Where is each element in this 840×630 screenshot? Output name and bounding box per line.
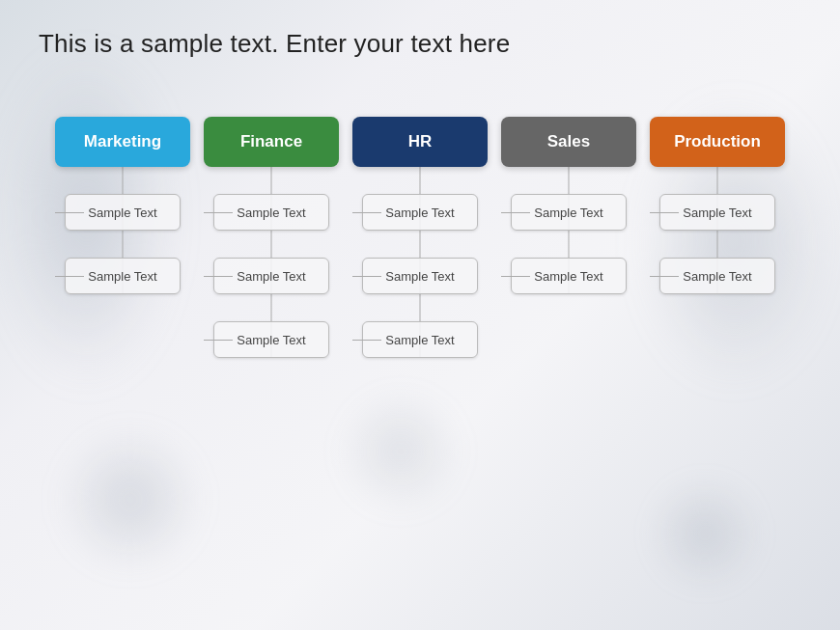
main-content: This is a sample text. Enter your text h…: [0, 0, 840, 377]
node-wrapper-hr-0: Sample Text: [362, 194, 478, 231]
page-title: This is a sample text. Enter your text h…: [39, 29, 801, 59]
header-marketing: Marketing: [55, 117, 190, 167]
header-finance: Finance: [204, 117, 339, 167]
node-box-hr-2: Sample Text: [362, 321, 478, 358]
node-wrapper-production-0: Sample Text: [659, 194, 775, 231]
column-production: ProductionSample TextSample Text: [643, 117, 792, 294]
node-box-production-0: Sample Text: [659, 194, 775, 231]
node-box-finance-1: Sample Text: [213, 258, 329, 294]
node-wrapper-finance-2: Sample Text: [213, 321, 329, 358]
node-wrapper-hr-1: Sample Text: [362, 258, 478, 294]
node-box-marketing-0: Sample Text: [65, 194, 181, 231]
node-box-sales-0: Sample Text: [511, 194, 627, 231]
node-wrapper-sales-1: Sample Text: [511, 258, 627, 294]
nodes-hr: Sample TextSample TextSample Text: [346, 167, 494, 358]
node-wrapper-sales-0: Sample Text: [511, 194, 627, 231]
nodes-finance: Sample TextSample TextSample Text: [197, 167, 346, 358]
node-wrapper-finance-0: Sample Text: [213, 194, 329, 231]
nodes-marketing: Sample TextSample Text: [48, 167, 197, 294]
header-hr: HR: [352, 117, 488, 167]
node-wrapper-hr-2: Sample Text: [362, 321, 478, 358]
node-wrapper-marketing-0: Sample Text: [65, 194, 181, 231]
bg-blob-2: [647, 476, 763, 591]
node-box-hr-1: Sample Text: [362, 258, 478, 294]
org-chart: MarketingSample TextSample TextFinanceSa…: [39, 117, 801, 358]
node-box-sales-1: Sample Text: [511, 258, 627, 294]
node-box-hr-0: Sample Text: [362, 194, 478, 231]
bg-blob-1: [58, 427, 203, 572]
column-hr: HRSample TextSample TextSample Text: [346, 117, 494, 358]
node-box-finance-0: Sample Text: [213, 194, 329, 231]
node-wrapper-finance-1: Sample Text: [213, 258, 329, 294]
header-sales: Sales: [501, 117, 636, 167]
node-box-marketing-1: Sample Text: [65, 258, 181, 294]
column-finance: FinanceSample TextSample TextSample Text: [197, 117, 346, 358]
bg-blob-3: [338, 389, 463, 514]
nodes-production: Sample TextSample Text: [643, 167, 792, 294]
column-sales: SalesSample TextSample Text: [494, 117, 643, 294]
node-box-production-1: Sample Text: [659, 258, 775, 294]
node-box-finance-2: Sample Text: [213, 321, 329, 358]
node-wrapper-production-1: Sample Text: [659, 258, 775, 294]
node-wrapper-marketing-1: Sample Text: [65, 258, 181, 294]
nodes-sales: Sample TextSample Text: [494, 167, 643, 294]
header-production: Production: [650, 117, 785, 167]
column-marketing: MarketingSample TextSample Text: [48, 117, 197, 294]
